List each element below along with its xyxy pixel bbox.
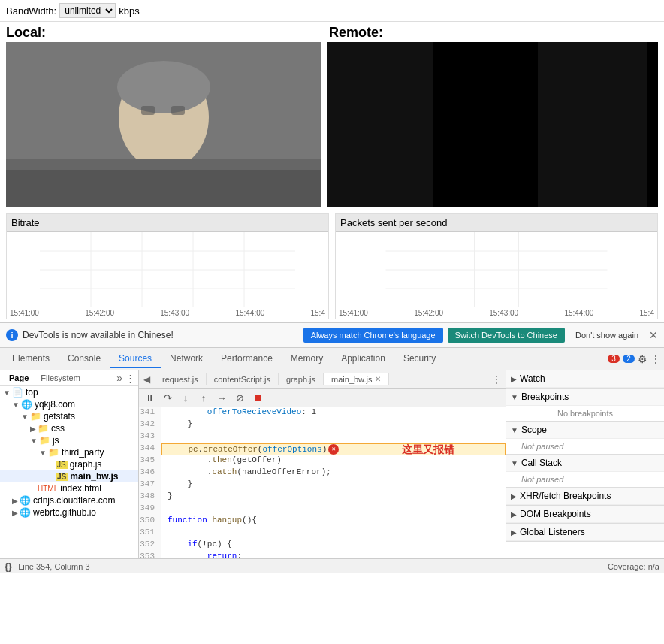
devtools-main: Page Filesystem » ⋮ ▼ 📄 top ▼ 🌐 yqkj8.co…: [0, 370, 664, 558]
scope-header[interactable]: ▼ Scope: [506, 422, 664, 439]
tree-item-top[interactable]: ▼ 📄 top: [0, 386, 138, 398]
call-stack-header[interactable]: ▼ Call Stack: [506, 455, 664, 472]
tree-label-yqkj8: yqkj8.com: [35, 399, 75, 410]
call-stack-section: ▼ Call Stack Not paused: [506, 455, 664, 488]
tab-elements[interactable]: Elements: [3, 350, 59, 368]
settings-button[interactable]: ⚙: [638, 353, 647, 365]
dont-pause-exceptions-button[interactable]: ⏹: [250, 390, 265, 405]
video-row: [0, 42, 664, 207]
arrow-top: ▼: [3, 389, 11, 397]
global-listeners-arrow: ▶: [511, 528, 517, 537]
breakpoints-arrow: ▼: [511, 393, 518, 401]
arrow-getstats: ▼: [21, 413, 29, 421]
js-icon-graph: JS: [56, 461, 68, 469]
watch-arrow: ▶: [511, 375, 517, 383]
more-options-button[interactable]: ⋮: [650, 353, 661, 365]
switch-devtools-button[interactable]: Switch DevTools to Chinese: [448, 328, 565, 343]
tree-item-main-bw-js[interactable]: ▶ JS main_bw.js: [0, 470, 138, 482]
tree-item-yqkj8[interactable]: ▼ 🌐 yqkj8.com: [0, 398, 138, 410]
arrow-cdnjs: ▶: [12, 497, 18, 505]
tab-security[interactable]: Security: [394, 350, 445, 368]
code-tab-content-script[interactable]: contentScript.js: [207, 373, 279, 385]
tree-tab-page[interactable]: Page: [3, 372, 35, 384]
code-line-341: 341 offerToRecieveVideo: 1: [139, 407, 506, 419]
svg-rect-4: [141, 106, 155, 115]
packets-title: Packets sent per second: [336, 214, 657, 232]
remote-label: Remote:: [329, 25, 658, 41]
info-icon: i: [6, 329, 18, 341]
step-into-button[interactable]: ↓: [178, 390, 193, 405]
tree-item-js[interactable]: ▼ 📁 js: [0, 434, 138, 446]
error-annotation: 这里又报错: [402, 443, 454, 457]
tab-console[interactable]: Console: [59, 350, 110, 368]
tree-label-top: top: [26, 387, 38, 398]
packets-x-labels: 15:41:00 15:42:00 15:43:00 15:44:00 15:4: [336, 307, 657, 319]
tab-sources[interactable]: Sources: [110, 350, 161, 368]
xhr-section: ▶ XHR/fetch Breakpoints: [506, 488, 664, 506]
notify-close-button[interactable]: ✕: [649, 329, 658, 341]
folder-getstats-icon: 📁: [30, 411, 41, 422]
close-tab-icon[interactable]: ✕: [375, 375, 381, 383]
tree-item-getstats[interactable]: ▼ 📁 getstats: [0, 410, 138, 422]
tree-item-cdnjs[interactable]: ▶ 🌐 cdnjs.cloudflare.com: [0, 494, 138, 506]
bandwidth-bar: BandWidth: unlimited 1000 500 250 100 kb…: [0, 0, 664, 22]
tree-label-third-party: third_party: [62, 447, 104, 458]
tree-menu-btn[interactable]: ⋮: [125, 373, 135, 384]
code-tab-end[interactable]: ⋮: [487, 374, 506, 385]
format-icon[interactable]: {}: [5, 561, 12, 572]
tab-memory[interactable]: Memory: [282, 350, 332, 368]
code-tab-main-bw[interactable]: main_bw.js ✕: [324, 373, 389, 385]
code-tab-request[interactable]: request.js: [155, 373, 207, 385]
svg-point-3: [117, 61, 210, 113]
tree-item-index-html[interactable]: ▶ HTML index.html: [0, 482, 138, 494]
dom-section: ▶ DOM Breakpoints: [506, 506, 664, 524]
match-language-button[interactable]: Always match Chrome's language: [303, 328, 443, 343]
code-panel: ◀ request.js contentScript.js graph.js m…: [139, 370, 506, 558]
pause-resume-button[interactable]: ⏸: [142, 390, 157, 405]
code-line-348: 348 }: [139, 491, 506, 503]
watch-label: Watch: [520, 373, 545, 384]
tab-performance[interactable]: Performance: [212, 350, 282, 368]
info-badge: 2: [623, 355, 635, 363]
remote-video: [327, 42, 658, 207]
global-listeners-label: Global Listeners: [520, 527, 585, 537]
code-content[interactable]: 341 offerToRecieveVideo: 1 342 } 343 344…: [139, 407, 506, 558]
deactivate-breakpoints-button[interactable]: ⊘: [232, 390, 247, 405]
tree-more-btn[interactable]: »: [116, 372, 122, 384]
tree-item-third-party[interactable]: ▼ 📁 third_party: [0, 446, 138, 458]
tree-item-css[interactable]: ▶ 📁 css: [0, 422, 138, 434]
dom-arrow: ▶: [511, 510, 517, 519]
code-line-342: 342 }: [139, 419, 506, 431]
globe-cdnjs-icon: 🌐: [20, 495, 31, 506]
global-listeners-header[interactable]: ▶ Global Listeners: [506, 524, 664, 541]
xhr-arrow: ▶: [511, 492, 517, 500]
code-line-344: 344 pc.createOffer(offerOptions)✕ 这里又报错: [139, 443, 506, 455]
step-over-button[interactable]: ↷: [160, 390, 175, 405]
xhr-header[interactable]: ▶ XHR/fetch Breakpoints: [506, 488, 664, 505]
watch-header[interactable]: ▶ Watch: [506, 370, 664, 388]
dont-show-again-button[interactable]: Don't show again: [569, 328, 644, 343]
tree-item-graph-js[interactable]: ▶ JS graph.js: [0, 458, 138, 470]
tree-tab-filesystem[interactable]: Filesystem: [35, 372, 86, 384]
code-line-351: 351: [139, 528, 506, 540]
code-line-343: 343: [139, 431, 506, 443]
step-button[interactable]: →: [214, 390, 229, 405]
code-tab-graph[interactable]: graph.js: [279, 373, 324, 385]
arrow-css: ▶: [30, 425, 36, 433]
prev-tab-arrow[interactable]: ◀: [139, 374, 155, 385]
tree-item-webrtc[interactable]: ▶ 🌐 webrtc.github.io: [0, 506, 138, 519]
breakpoints-header[interactable]: ▼ Breakpoints: [506, 389, 664, 406]
devtools-tabs: Elements Console Sources Network Perform…: [0, 348, 664, 370]
tab-network[interactable]: Network: [161, 350, 212, 368]
breakpoints-section: ▼ Breakpoints No breakpoints: [506, 389, 664, 422]
bandwidth-select[interactable]: unlimited 1000 500 250 100: [59, 3, 116, 18]
dom-header[interactable]: ▶ DOM Breakpoints: [506, 506, 664, 523]
error-badge: 3: [608, 355, 620, 363]
scope-section: ▼ Scope Not paused: [506, 422, 664, 455]
tree-label-css: css: [51, 423, 65, 434]
no-breakpoints-text: No breakpoints: [506, 406, 664, 421]
svg-rect-6: [6, 170, 321, 207]
arrow-yqkj8: ▼: [12, 401, 20, 409]
step-out-button[interactable]: ↑: [196, 390, 211, 405]
tab-application[interactable]: Application: [332, 350, 394, 368]
